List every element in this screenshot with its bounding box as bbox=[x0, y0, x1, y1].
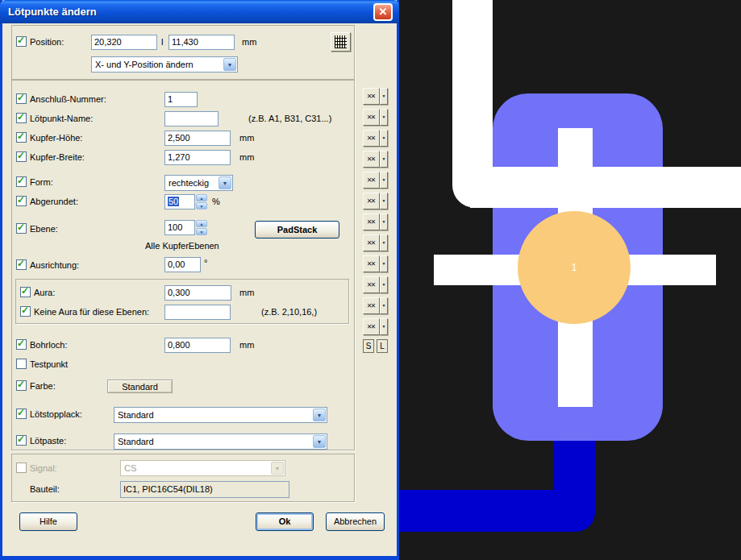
abbrechen-button[interactable]: Abbrechen bbox=[326, 512, 385, 531]
kupfer-hoehe-input[interactable]: 2,500 bbox=[164, 131, 231, 146]
xx-button-4[interactable]: ✕✕ bbox=[363, 151, 380, 168]
checkbox-form[interactable]: ✓ bbox=[16, 176, 27, 187]
chevron-down-icon[interactable]: ▼ bbox=[219, 176, 231, 189]
abgerundet-stepper: 50 ▲ ▼ bbox=[164, 194, 207, 209]
bohrloch-input[interactable]: 0,800 bbox=[164, 338, 231, 353]
loetpunkt-name-label: Lötpunkt-Name: bbox=[30, 114, 93, 123]
ebene-label: Ebene: bbox=[30, 224, 58, 234]
position-mode-select[interactable]: X- und Y-Position ändern ▼ bbox=[91, 56, 238, 73]
xx-dropdown-6[interactable]: ▼ bbox=[380, 193, 388, 209]
loetpunkt-name-input[interactable] bbox=[164, 111, 219, 127]
checkbox-loetpunkt-name[interactable]: ✓ bbox=[16, 113, 27, 123]
loetpaste-select[interactable]: Standard ▼ bbox=[114, 433, 327, 450]
xx-dropdown-3[interactable]: ▼ bbox=[380, 130, 388, 147]
xx-dropdown-11[interactable]: ▼ bbox=[380, 297, 388, 314]
chevron-down-icon[interactable]: ▼ bbox=[313, 409, 326, 421]
abgerundet-unit: % bbox=[212, 197, 220, 206]
xx-button-9[interactable]: ✕✕ bbox=[363, 255, 380, 272]
checkbox-aura[interactable]: ✓ bbox=[20, 287, 31, 297]
chevron-down-icon[interactable]: ▼ bbox=[313, 435, 326, 448]
signal-value: CS bbox=[124, 463, 136, 473]
checkbox-kupfer-breite[interactable]: ✓ bbox=[16, 151, 27, 162]
pcb-trace-blue-horizontal bbox=[399, 490, 573, 532]
kupfer-breite-input[interactable]: 1,270 bbox=[164, 150, 231, 165]
dialog-title: Lötpunkte ändern bbox=[8, 6, 97, 18]
checkbox-keine-aura[interactable]: ✓ bbox=[20, 306, 31, 317]
checkbox-testpunkt[interactable] bbox=[16, 359, 27, 369]
xx-button-11[interactable]: ✕✕ bbox=[363, 297, 380, 314]
checkbox-kupfer-hoehe[interactable]: ✓ bbox=[16, 132, 27, 143]
spin-up-icon[interactable]: ▲ bbox=[196, 194, 207, 201]
check-icon: ✓ bbox=[17, 258, 25, 269]
position-y-input[interactable]: 11,430 bbox=[169, 35, 235, 50]
chevron-down-icon[interactable]: ▼ bbox=[223, 58, 236, 71]
checkbox-anschluss-nummer[interactable]: ✓ bbox=[16, 93, 27, 104]
xx-button-6[interactable]: ✕✕ bbox=[363, 193, 380, 209]
farbe-standard-button[interactable]: Standard bbox=[107, 380, 173, 393]
close-button[interactable]: ✕ bbox=[373, 3, 393, 21]
check-icon: ✓ bbox=[17, 222, 25, 233]
xx-button-1[interactable]: ✕✕ bbox=[363, 88, 380, 105]
xx-button-2[interactable]: ✕✕ bbox=[363, 109, 380, 126]
xx-dropdown-2[interactable]: ▼ bbox=[380, 109, 388, 126]
l-button[interactable]: L bbox=[377, 339, 388, 353]
checkbox-loetstopplack[interactable]: ✓ bbox=[16, 409, 27, 419]
xx-button-10[interactable]: ✕✕ bbox=[363, 276, 380, 293]
loetstopplack-value: Standard bbox=[118, 410, 154, 420]
xx-dropdown-1[interactable]: ▼ bbox=[380, 88, 388, 105]
xx-dropdown-4[interactable]: ▼ bbox=[380, 151, 388, 168]
keine-aura-input[interactable] bbox=[164, 305, 231, 320]
checkbox-position[interactable]: ✓ bbox=[16, 36, 27, 47]
position-separator: l bbox=[161, 37, 163, 47]
kupfer-hoehe-unit: mm bbox=[239, 133, 254, 143]
ausrichtung-input[interactable]: 0,00 bbox=[164, 257, 201, 272]
pcb-canvas[interactable]: 1 bbox=[399, 0, 741, 560]
xx-button-7[interactable]: ✕✕ bbox=[363, 214, 380, 230]
ebene-input[interactable]: 100 bbox=[164, 220, 195, 235]
xx-button-12[interactable]: ✕✕ bbox=[363, 318, 380, 335]
loetstopplack-select[interactable]: Standard ▼ bbox=[114, 407, 327, 423]
xx-button-5[interactable]: ✕✕ bbox=[363, 172, 380, 189]
spin-up-icon[interactable]: ▲ bbox=[196, 220, 207, 227]
form-select[interactable]: rechteckig ▼ bbox=[164, 175, 233, 191]
padstack-button[interactable]: PadStack bbox=[255, 221, 339, 239]
kupfer-breite-label: Kupfer-Breite: bbox=[30, 152, 85, 162]
aura-input[interactable]: 0,300 bbox=[164, 285, 231, 301]
anschluss-nummer-input[interactable]: 1 bbox=[164, 92, 198, 107]
xx-button-8[interactable]: ✕✕ bbox=[363, 234, 380, 251]
loetpaste-label: Lötpaste: bbox=[30, 436, 66, 446]
checkbox-abgerundet[interactable]: ✓ bbox=[16, 196, 27, 206]
position-x-input[interactable]: 20,320 bbox=[91, 35, 157, 50]
checkbox-bohrloch[interactable]: ✓ bbox=[16, 339, 27, 350]
checkbox-signal[interactable] bbox=[16, 463, 27, 473]
spin-down-icon[interactable]: ▼ bbox=[196, 202, 207, 209]
checkbox-ebene[interactable]: ✓ bbox=[16, 223, 27, 234]
checkbox-farbe[interactable]: ✓ bbox=[16, 380, 27, 391]
dialog-loetpunkte-aendern: Lötpunkte ändern ✕ ✓ Position: 20,320 l … bbox=[0, 0, 399, 560]
pcb-trace-white-horizontal bbox=[470, 167, 741, 208]
signal-label: Signal: bbox=[30, 463, 57, 473]
xx-dropdown-12[interactable]: ▼ bbox=[380, 318, 388, 335]
grid-button[interactable] bbox=[331, 32, 351, 52]
checkbox-loetpaste[interactable]: ✓ bbox=[16, 435, 27, 446]
check-icon: ✓ bbox=[17, 92, 25, 103]
xx-button-3[interactable]: ✕✕ bbox=[363, 130, 380, 147]
farbe-label: Farbe: bbox=[30, 381, 56, 391]
checkbox-ausrichtung[interactable]: ✓ bbox=[16, 259, 27, 270]
spin-down-icon[interactable]: ▼ bbox=[196, 228, 207, 235]
xx-dropdown-7[interactable]: ▼ bbox=[380, 214, 388, 230]
xx-dropdown-10[interactable]: ▼ bbox=[380, 276, 388, 293]
ok-button[interactable]: Ok bbox=[256, 512, 314, 531]
loetpaste-value: Standard bbox=[118, 437, 154, 446]
xx-dropdown-9[interactable]: ▼ bbox=[380, 255, 388, 272]
ausrichtung-unit: ° bbox=[204, 258, 207, 268]
bauteil-label: Bauteil: bbox=[30, 484, 60, 494]
xx-dropdown-5[interactable]: ▼ bbox=[380, 172, 388, 189]
hilfe-button[interactable]: Hilfe bbox=[19, 512, 77, 531]
s-button[interactable]: S bbox=[363, 339, 374, 353]
check-icon: ✓ bbox=[17, 433, 25, 445]
titlebar[interactable]: Lötpunkte ändern ✕ bbox=[0, 0, 399, 23]
loetpunkt-name-hint: (z.B. A1, B31, C31...) bbox=[248, 114, 331, 123]
xx-dropdown-8[interactable]: ▼ bbox=[380, 234, 388, 251]
abgerundet-input[interactable]: 50 bbox=[164, 194, 195, 209]
